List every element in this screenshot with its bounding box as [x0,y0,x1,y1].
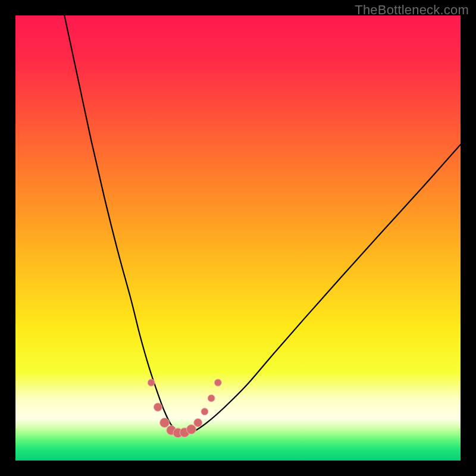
chart-frame: TheBottleneck.com [0,0,476,476]
highlight-dot [154,403,162,411]
highlight-dot [148,379,155,386]
highlight-dot [201,408,208,415]
highlight-dot [208,394,215,402]
bottleneck-plot [15,15,461,461]
highlight-dot [186,425,196,434]
highlight-dot [160,418,170,427]
highlight-dot [194,418,202,427]
highlight-dot [214,379,221,386]
